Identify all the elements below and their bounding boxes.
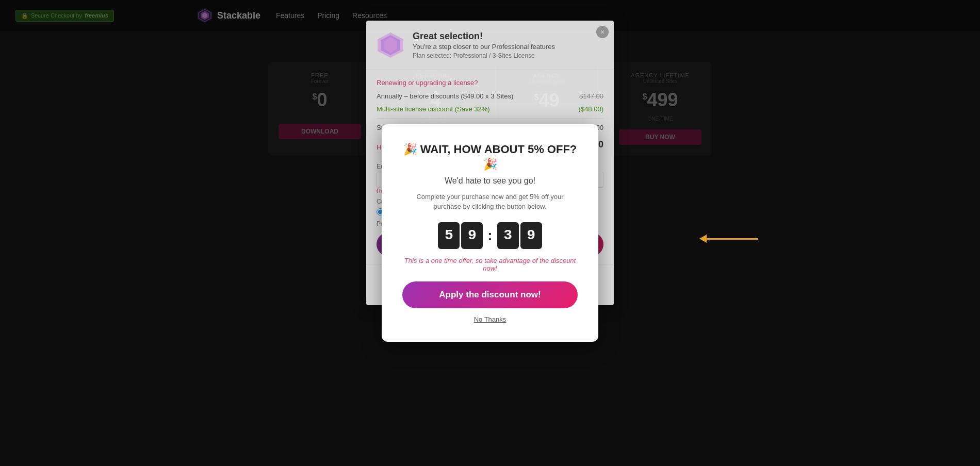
popup-title: 🎉 WAIT, HOW ABOUT 5% OFF? 🎉 <box>402 142 578 172</box>
countdown-seconds-tens: 3 <box>497 222 519 249</box>
countdown-minutes-ones: 9 <box>461 222 483 249</box>
popup-overlay: 🎉 WAIT, HOW ABOUT 5% OFF? 🎉 We'd hate to… <box>0 0 980 466</box>
countdown-minutes: 5 9 <box>438 222 483 249</box>
countdown-timer: 5 9 : 3 9 <box>402 222 578 249</box>
popup-description: Complete your purchase now and get 5% of… <box>402 192 578 212</box>
countdown-seconds-ones: 9 <box>520 222 542 249</box>
discount-popup-modal: 🎉 WAIT, HOW ABOUT 5% OFF? 🎉 We'd hate to… <box>382 124 598 341</box>
no-thanks-button[interactable]: No Thanks <box>474 315 507 323</box>
popup-subtitle: We'd hate to see you go! <box>402 176 578 186</box>
countdown-colon: : <box>485 227 494 244</box>
popup-warning-text: This is a one time offer, so take advant… <box>402 257 578 272</box>
countdown-minutes-tens: 5 <box>438 222 460 249</box>
countdown-seconds: 3 9 <box>497 222 542 249</box>
apply-discount-button[interactable]: Apply the discount now! <box>402 281 578 308</box>
